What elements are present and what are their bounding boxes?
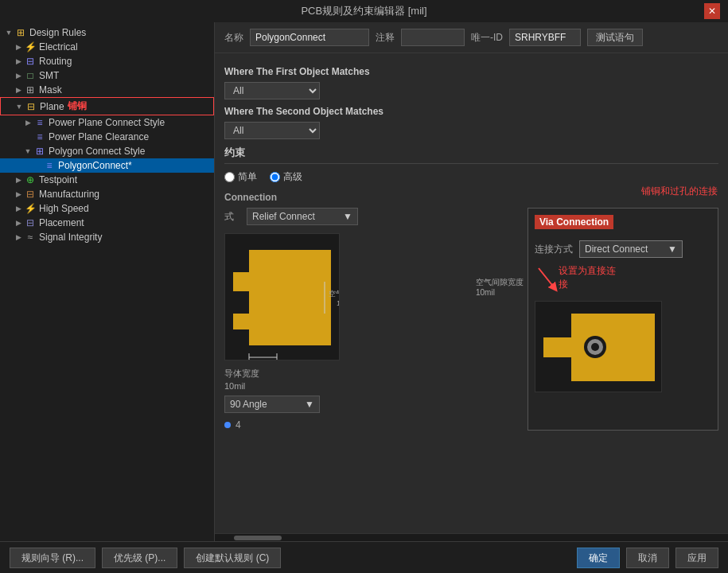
svg-text:10mil: 10mil (337, 299, 340, 307)
annotation-direct-connect: 设置为直接连接 (559, 264, 616, 291)
id-label: 唯一-ID (471, 31, 503, 45)
arrow-high-speed: ▶ (13, 203, 24, 214)
tree-item-routing[interactable]: ▶ ⊟ Routing (0, 54, 214, 68)
main-window: PCB规则及约束编辑器 [mil] ✕ ▼ ⊞ Design Rules ▶ ⚡… (0, 0, 728, 573)
tree-item-polygon-connect[interactable]: ≡ PolygonConnect* (0, 158, 214, 173)
clearance-icon: ≡ (33, 131, 46, 142)
create-default-button[interactable]: 创建默认规则 (C) (184, 548, 281, 568)
svg-rect-4 (277, 250, 331, 345)
scroll-thumb-horizontal[interactable] (234, 536, 282, 540)
direct-connect-dropdown[interactable]: Direct Connect ▼ (579, 240, 683, 258)
where-first-dropdown[interactable]: All (224, 82, 320, 99)
where-first-row: All (224, 82, 718, 99)
via-connection-title: Via Connection (535, 215, 613, 229)
pcb-relief-svg: 空气间隙宽度 10mil (224, 233, 340, 361)
ppc-icon: ≡ (33, 117, 46, 128)
where-first-title: Where The First Object Matches (224, 66, 718, 77)
arrow-design-rules: ▼ (3, 27, 14, 38)
close-button[interactable]: ✕ (704, 3, 720, 19)
where-first-section: Where The First Object Matches All (224, 66, 718, 99)
arrow-testpoint: ▶ (13, 174, 24, 185)
cancel-button[interactable]: 取消 (626, 548, 669, 568)
pcb-visual-container: 空气间隙宽度 10mil 空气间隙宽度 10mil (224, 233, 520, 363)
svg-rect-1 (233, 250, 249, 272)
connect-method-label: 连接方式 (535, 243, 573, 256)
conductor-width-label: 导体宽度 (224, 368, 520, 380)
dot-indicator (224, 422, 231, 428)
radio-advanced-input[interactable] (270, 172, 280, 182)
left-panel-tree: ▼ ⊞ Design Rules ▶ ⚡ Electrical ▶ ⊟ Rout… (0, 22, 215, 541)
arrow-mask: ▶ (13, 84, 24, 96)
high-speed-icon: ⚡ (24, 203, 37, 214)
annotation-copper-via: 铺铜和过孔的连接 (641, 185, 718, 198)
horizontal-scrollbar[interactable] (215, 533, 728, 541)
tree-item-polygon-connect-style[interactable]: ▼ ⊞ Polygon Connect Style (0, 144, 214, 158)
radio-advanced: 高级 (270, 170, 302, 184)
svg-rect-14 (543, 314, 571, 337)
bottom-bar: 规则向导 (R)... 优先级 (P)... 创建默认规则 (C) 确定 取消 … (0, 541, 728, 573)
tree-item-placement[interactable]: ▶ ⊟ Placement (0, 216, 214, 230)
arrow-pc (32, 160, 43, 171)
wizard-button[interactable]: 规则向导 (R)... (10, 548, 95, 568)
tree-item-power-plane-clearance[interactable]: ≡ Power Plane Clearance (0, 130, 214, 144)
window-title: PCB规则及约束编辑器 [mil] (24, 4, 704, 18)
arrow-electrical: ▶ (13, 41, 24, 53)
angle-dropdown[interactable]: 90 Angle ▼ (224, 396, 320, 413)
signal-icon: ≈ (24, 232, 37, 243)
priority-button[interactable]: 优先级 (P)... (102, 548, 177, 568)
style-dropdown[interactable]: Relief Connect ▼ (247, 208, 358, 225)
tree-item-mask[interactable]: ▶ ⊞ Mask (0, 83, 214, 97)
pc-icon: ≡ (43, 160, 56, 171)
tree-item-plane[interactable]: ▼ ⊟ Plane 铺铜 (0, 97, 214, 115)
id-input[interactable] (509, 29, 581, 46)
radio-simple-input[interactable] (224, 172, 235, 182)
svg-rect-6 (249, 310, 293, 327)
mask-icon: ⊞ (24, 84, 37, 96)
apply-button[interactable]: 应用 (675, 548, 718, 568)
tree-item-testpoint[interactable]: ▶ ⊕ Testpoint (0, 173, 214, 187)
arrow-polygon: ▼ (22, 146, 33, 157)
arrow-placement: ▶ (13, 217, 24, 228)
manufacturing-icon: ⊟ (24, 189, 37, 200)
comment-label: 注释 (376, 31, 395, 45)
dropdown-arrow-icon: ▼ (343, 211, 352, 222)
tree-item-power-plane-connect[interactable]: ▶ ≡ Power Plane Connect Style (0, 115, 214, 130)
pcb-via-svg (535, 301, 662, 392)
tree-item-manufacturing[interactable]: ▶ ⊟ Manufacturing (0, 187, 214, 201)
form-header: 名称 注释 唯一-ID 测试语句 (215, 22, 728, 53)
comment-input[interactable] (401, 29, 465, 46)
tree-item-signal-integrity[interactable]: ▶ ≈ Signal Integrity (0, 230, 214, 244)
name-label: 名称 (224, 31, 243, 45)
svg-point-18 (591, 343, 599, 351)
plane-icon: ⊟ (25, 101, 37, 112)
arrow-routing: ▶ (13, 56, 24, 67)
svg-rect-3 (233, 329, 249, 345)
connect-method-row: 连接方式 Direct Connect ▼ (535, 240, 711, 258)
routing-icon: ⊟ (24, 56, 37, 67)
arrow-annotation: 设置为直接连接 (535, 264, 711, 296)
arrow-smt: ▶ (13, 70, 24, 81)
style-label: 式 (224, 210, 240, 224)
tree-item-electrical[interactable]: ▶ ⚡ Electrical (0, 40, 214, 54)
svg-text:空气间隙宽度: 空气间隙宽度 (329, 290, 340, 298)
arrow-manufacturing: ▶ (13, 189, 24, 200)
tree-item-design-rules[interactable]: ▼ ⊞ Design Rules (0, 25, 214, 40)
connect-dropdown-arrow-icon: ▼ (668, 244, 677, 255)
where-second-dropdown[interactable]: All (224, 122, 320, 139)
dot-row: 4 (224, 419, 520, 431)
tree-item-smt[interactable]: ▶ □ SMT (0, 68, 214, 83)
title-bar: PCB规则及约束编辑器 [mil] ✕ (0, 0, 728, 22)
where-second-title: Where The Second Object Matches (224, 106, 718, 117)
style-row: 式 Relief Connect ▼ (224, 208, 520, 225)
name-input[interactable] (250, 29, 369, 46)
arrow-signal: ▶ (13, 232, 24, 243)
main-area: ▼ ⊞ Design Rules ▶ ⚡ Electrical ▶ ⊟ Rout… (0, 22, 728, 541)
arrow-svg (535, 264, 559, 296)
count-label: 4 (236, 419, 241, 431)
folder-icon: ⊞ (14, 27, 27, 38)
via-connection-panel: 铺铜和过孔的连接 Via Connection 连接方式 Direct Conn… (528, 208, 718, 431)
content-area: 式 Relief Connect ▼ (224, 208, 718, 431)
ok-button[interactable]: 确定 (577, 548, 620, 568)
test-button[interactable]: 测试语句 (587, 29, 643, 46)
tree-item-high-speed[interactable]: ▶ ⚡ High Speed (0, 201, 214, 216)
